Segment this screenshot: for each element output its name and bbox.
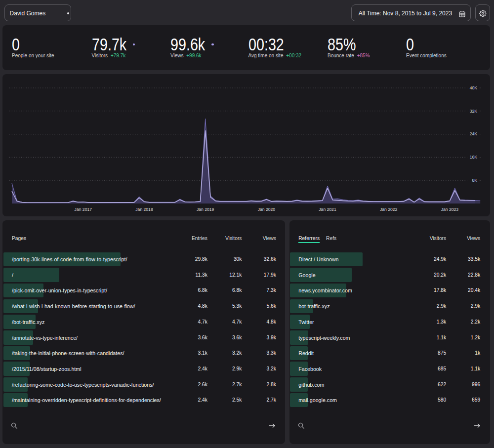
svg-text:32K: 32K (470, 109, 478, 114)
svg-text:Jan 2021: Jan 2021 (319, 207, 336, 212)
svg-text:16K: 16K (470, 155, 478, 160)
svg-text:8K: 8K (472, 178, 477, 183)
svg-text:24K: 24K (470, 131, 478, 136)
svg-text:40K: 40K (470, 85, 478, 90)
svg-text:Jan 2023: Jan 2023 (441, 207, 459, 212)
svg-text:Jan 2022: Jan 2022 (380, 207, 398, 212)
svg-text:Jan 2019: Jan 2019 (197, 207, 214, 212)
svg-text:Jan 2020: Jan 2020 (258, 207, 276, 212)
svg-text:Jan 2017: Jan 2017 (75, 207, 92, 212)
svg-text:Jan 2018: Jan 2018 (135, 207, 153, 212)
